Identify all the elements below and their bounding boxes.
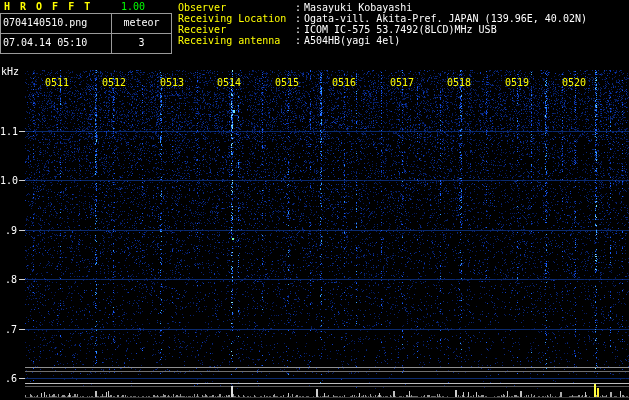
mode-label: meteor (112, 14, 171, 34)
info-value-receiving-antenna: A504HB(yagi 4el) (304, 35, 400, 46)
info-colon: : (295, 13, 304, 24)
freq-axis-labels: 1.11.0.9.8.7.6 (0, 0, 18, 400)
time-label-0515: 0515 (275, 77, 299, 88)
freq-label-8: .8 (0, 274, 17, 285)
info-label-receiving-antenna: Receiving antenna (178, 35, 295, 46)
freq-label-10: 1.0 (0, 175, 17, 186)
freq-label-9: .9 (0, 225, 17, 236)
hrofft-spectrogram-screen: H R O F F T 1.00 0704140510.png meteor 0… (0, 0, 629, 400)
time-label-0513: 0513 (160, 77, 184, 88)
info-row-receiving-antenna: Receiving antenna:A504HB(yagi 4el) (178, 35, 587, 46)
freq-label-11: 1.1 (0, 126, 17, 137)
app-version: 1.00 (121, 2, 145, 12)
freq-label-7: .7 (0, 324, 17, 335)
info-row-observer: Observer:Masayuki Kobayashi (178, 2, 587, 13)
info-colon: : (295, 24, 304, 35)
info-value-observer: Masayuki Kobayashi (304, 2, 412, 13)
freq-label-6: .6 (0, 373, 17, 384)
file-info-box: 0704140510.png meteor 07.04.14 05:10 3 (0, 13, 172, 54)
time-axis-labels: 0511051205130514051505160517051805190520 (0, 77, 629, 87)
station-info: Observer:Masayuki KobayashiReceiving Loc… (178, 2, 587, 46)
info-colon: : (295, 2, 304, 13)
spectrogram-canvas (0, 0, 629, 400)
meteor-count: 3 (112, 34, 171, 53)
info-label-receiving-location: Receiving Location (178, 13, 295, 24)
info-row-receiver: Receiver:ICOM IC-575 53.7492(8LCD)MHz US… (178, 24, 587, 35)
time-label-0518: 0518 (447, 77, 471, 88)
time-label-0517: 0517 (390, 77, 414, 88)
time-label-0520: 0520 (562, 77, 586, 88)
info-colon: : (295, 35, 304, 46)
info-value-receiving-location: Ogata-vill. Akita-Pref. JAPAN (139.96E, … (304, 13, 587, 24)
time-label-0519: 0519 (505, 77, 529, 88)
info-row-receiving-location: Receiving Location:Ogata-vill. Akita-Pre… (178, 13, 587, 24)
time-label-0511: 0511 (45, 77, 69, 88)
time-label-0516: 0516 (332, 77, 356, 88)
info-label-observer: Observer (178, 2, 295, 13)
time-label-0512: 0512 (102, 77, 126, 88)
time-label-0514: 0514 (217, 77, 241, 88)
info-label-receiver: Receiver (178, 24, 295, 35)
info-value-receiver: ICOM IC-575 53.7492(8LCD)MHz USB (304, 24, 497, 35)
